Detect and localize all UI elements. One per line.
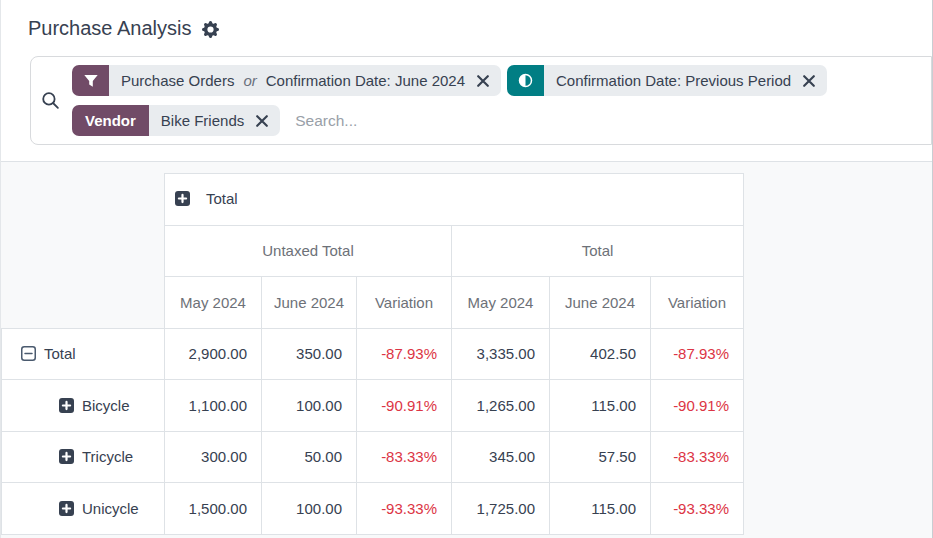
facet-comparison-value: Confirmation Date: Previous Period bbox=[556, 72, 791, 89]
facet-comparison: Confirmation Date: Previous Period bbox=[507, 65, 827, 96]
pivot-cell[interactable]: 402.50 bbox=[550, 328, 651, 380]
search-facets: Purchase Orders or Confirmation Date: Ju… bbox=[72, 65, 921, 136]
page-title: Purchase Analysis bbox=[28, 13, 191, 43]
pivot-col-header[interactable]: June 2024 bbox=[262, 277, 357, 329]
expand-plus-icon[interactable] bbox=[59, 501, 74, 516]
pivot-cell-variation[interactable]: -93.33% bbox=[357, 483, 452, 535]
pivot-row-total: Total 2,900.00 350.00 -87.93% 3,335.00 4… bbox=[2, 328, 744, 380]
pivot-cell[interactable]: 57.50 bbox=[550, 431, 651, 483]
pivot-header-row-root: Total bbox=[2, 174, 744, 226]
search-icon bbox=[41, 91, 60, 110]
pivot-col-header[interactable]: Variation bbox=[357, 277, 452, 329]
pivot-cell[interactable]: 1,725.00 bbox=[452, 483, 550, 535]
facet-vendor-remove-icon[interactable] bbox=[256, 115, 268, 127]
pivot-content: Total Untaxed Total Total May 2024 June … bbox=[1, 162, 932, 538]
pivot-cell-variation[interactable]: -87.93% bbox=[357, 328, 452, 380]
pivot-cell[interactable]: 1,100.00 bbox=[165, 380, 262, 432]
pivot-cell[interactable]: 100.00 bbox=[262, 380, 357, 432]
pivot-cell[interactable]: 2,900.00 bbox=[165, 328, 262, 380]
pivot-cell-variation[interactable]: -87.93% bbox=[651, 328, 744, 380]
pivot-cell-variation[interactable]: -90.91% bbox=[651, 380, 744, 432]
gear-icon bbox=[202, 21, 219, 38]
facet-comparison-remove-icon[interactable] bbox=[803, 75, 815, 87]
expand-plus-icon[interactable] bbox=[59, 449, 74, 464]
pivot-cell-variation[interactable]: -83.33% bbox=[357, 431, 452, 483]
pivot-col-header[interactable]: Variation bbox=[651, 277, 744, 329]
pivot-cell[interactable]: 115.00 bbox=[550, 483, 651, 535]
collapse-minus-icon[interactable] bbox=[21, 346, 36, 361]
pivot-cell[interactable]: 345.00 bbox=[452, 431, 550, 483]
pivot-table: Total Untaxed Total Total May 2024 June … bbox=[1, 173, 744, 535]
pivot-cell-variation[interactable]: -90.91% bbox=[357, 380, 452, 432]
facet-filter-value-1: Purchase Orders bbox=[121, 72, 234, 89]
search-bar[interactable]: Purchase Orders or Confirmation Date: Ju… bbox=[30, 56, 932, 145]
pivot-col-root-header[interactable]: Total bbox=[165, 174, 744, 226]
breadcrumb: Purchase Analysis bbox=[1, 0, 932, 53]
facet-filter-value-2: Confirmation Date: June 2024 bbox=[266, 72, 465, 89]
pivot-row-header-total[interactable]: Total bbox=[2, 328, 165, 380]
pivot-row-unicycle: Unicycle 1,500.00 100.00 -93.33% 1,725.0… bbox=[2, 483, 744, 535]
pivot-corner-cell bbox=[2, 225, 165, 277]
row-label: Unicycle bbox=[82, 500, 139, 517]
row-label: Tricycle bbox=[82, 448, 133, 465]
pivot-col-root-label: Total bbox=[206, 190, 238, 207]
pivot-cell[interactable]: 115.00 bbox=[550, 380, 651, 432]
pivot-col-header[interactable]: June 2024 bbox=[550, 277, 651, 329]
pivot-corner-cell bbox=[2, 277, 165, 329]
pivot-row-header-tricycle[interactable]: Tricycle bbox=[2, 431, 165, 483]
facet-vendor-value: Bike Friends bbox=[161, 112, 244, 129]
pivot-cell[interactable]: 1,265.00 bbox=[452, 380, 550, 432]
pivot-cell-variation[interactable]: -83.33% bbox=[651, 431, 744, 483]
filter-funnel-icon bbox=[72, 65, 109, 96]
pivot-row-header-bicycle[interactable]: Bicycle bbox=[2, 380, 165, 432]
pivot-cell-variation[interactable]: -93.33% bbox=[651, 483, 744, 535]
pivot-header-row-measures: Untaxed Total Total bbox=[2, 225, 744, 277]
pivot-corner-cell bbox=[2, 174, 165, 226]
pivot-cell[interactable]: 3,335.00 bbox=[452, 328, 550, 380]
pivot-measure-untaxed-total[interactable]: Untaxed Total bbox=[165, 225, 452, 277]
facet-vendor-field-label: Vendor bbox=[72, 105, 149, 136]
row-label: Total bbox=[44, 345, 76, 362]
comparison-adjust-icon bbox=[507, 65, 544, 96]
search-input[interactable]: Search... bbox=[295, 112, 357, 130]
pivot-cell[interactable]: 1,500.00 bbox=[165, 483, 262, 535]
purchase-analysis-view: Purchase Analysis Purchase Orders or bbox=[0, 0, 933, 538]
pivot-header-row-periods: May 2024 June 2024 Variation May 2024 Ju… bbox=[2, 277, 744, 329]
facet-filters: Purchase Orders or Confirmation Date: Ju… bbox=[72, 65, 501, 96]
pivot-cell[interactable]: 50.00 bbox=[262, 431, 357, 483]
facet-filter-connector: or bbox=[243, 72, 256, 89]
pivot-measure-total[interactable]: Total bbox=[452, 225, 744, 277]
row-label: Bicycle bbox=[82, 397, 130, 414]
pivot-col-header[interactable]: May 2024 bbox=[165, 277, 262, 329]
expand-plus-icon[interactable] bbox=[59, 398, 74, 413]
pivot-cell[interactable]: 100.00 bbox=[262, 483, 357, 535]
pivot-col-header[interactable]: May 2024 bbox=[452, 277, 550, 329]
pivot-row-tricycle: Tricycle 300.00 50.00 -83.33% 345.00 57.… bbox=[2, 431, 744, 483]
pivot-row-bicycle: Bicycle 1,100.00 100.00 -90.91% 1,265.00… bbox=[2, 380, 744, 432]
view-settings-button[interactable] bbox=[202, 21, 219, 38]
facet-vendor: Vendor Bike Friends bbox=[72, 105, 280, 136]
pivot-cell[interactable]: 300.00 bbox=[165, 431, 262, 483]
control-panel: Purchase Analysis Purchase Orders or bbox=[1, 0, 932, 162]
facet-filters-remove-icon[interactable] bbox=[477, 75, 489, 87]
expand-plus-icon[interactable] bbox=[175, 191, 190, 206]
pivot-cell[interactable]: 350.00 bbox=[262, 328, 357, 380]
pivot-row-header-unicycle[interactable]: Unicycle bbox=[2, 483, 165, 535]
